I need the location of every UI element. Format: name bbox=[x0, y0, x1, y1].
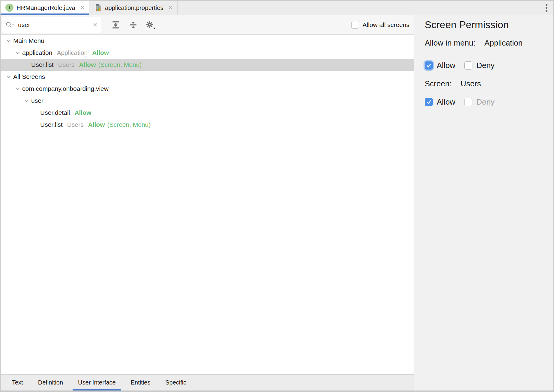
tree-toolbar: ✕ bbox=[1, 15, 414, 35]
tree-row[interactable]: User.listUsersAllow(Screen, Menu) bbox=[1, 59, 414, 71]
tree-item-type: Users bbox=[67, 121, 84, 128]
tree-item-type: Application bbox=[57, 49, 88, 56]
tab-specific[interactable]: Specific bbox=[160, 375, 192, 391]
expand-all-icon bbox=[111, 20, 120, 29]
screen-value: Users bbox=[461, 79, 481, 88]
editor-tab-bar: I HRManagerRole.java ✕ application.prope… bbox=[1, 1, 553, 15]
tree-item-label: User.detail bbox=[40, 109, 70, 116]
tree-item-label: user bbox=[31, 97, 43, 104]
allow-all-screens-control[interactable]: Allow all screens bbox=[351, 21, 409, 29]
properties-file-icon bbox=[94, 4, 102, 12]
tree-row[interactable]: user bbox=[1, 95, 414, 107]
tree-row[interactable]: User.listUsersAllow(Screen, Menu) bbox=[1, 119, 414, 131]
kebab-menu-icon[interactable] bbox=[546, 1, 547, 15]
tree-row[interactable]: User.detailAllow bbox=[1, 107, 414, 119]
menu-allow-label: Allow bbox=[437, 61, 455, 70]
chevron-down-icon[interactable] bbox=[14, 49, 22, 57]
search-box[interactable]: ✕ bbox=[2, 17, 101, 33]
menu-deny-label: Deny bbox=[476, 61, 495, 70]
expand-all-button[interactable] bbox=[111, 20, 121, 30]
tab-label: HRManagerRole.java bbox=[16, 4, 75, 11]
interface-icon: I bbox=[5, 4, 13, 12]
tree-row[interactable]: Main Menu bbox=[1, 35, 414, 47]
tree-item-label: com.company.onboarding.view bbox=[22, 85, 109, 92]
close-icon[interactable]: ✕ bbox=[80, 5, 85, 10]
screen-deny-label: Deny bbox=[476, 97, 495, 107]
tab-application-properties[interactable]: application.properties ✕ bbox=[89, 1, 178, 15]
close-icon[interactable]: ✕ bbox=[168, 5, 173, 10]
tab-label: application.properties bbox=[105, 4, 163, 11]
panel-title: Screen Permission bbox=[425, 19, 547, 31]
search-icon[interactable] bbox=[5, 21, 15, 28]
screen-allow-label: Allow bbox=[437, 97, 455, 107]
gear-icon bbox=[145, 20, 156, 30]
chevron-down-icon[interactable] bbox=[5, 73, 13, 81]
chevron-down-icon[interactable] bbox=[23, 97, 31, 105]
screen-label: Screen: bbox=[425, 79, 452, 88]
menu-deny-checkbox[interactable] bbox=[464, 61, 472, 70]
tree-item-label: User.list bbox=[40, 121, 63, 128]
permissions-editor: ✕ bbox=[1, 15, 414, 391]
chevron-down-icon[interactable] bbox=[5, 37, 13, 45]
collapse-all-icon bbox=[129, 20, 138, 29]
tab-user-interface[interactable]: User Interface bbox=[73, 375, 121, 391]
screen-allow-checkbox[interactable] bbox=[425, 98, 433, 106]
allow-all-screens-checkbox[interactable] bbox=[351, 21, 359, 29]
search-input[interactable] bbox=[18, 21, 91, 28]
allow-in-menu-label: Allow in menu: bbox=[425, 38, 475, 48]
menu-allow-checkbox[interactable] bbox=[425, 61, 433, 70]
side-panel: Screen Permission Allow in menu: Applica… bbox=[414, 15, 553, 391]
tree-item-label: Main Menu bbox=[13, 37, 44, 44]
tree-item-type: Users bbox=[58, 61, 75, 68]
role-designer-window: I HRManagerRole.java ✕ application.prope… bbox=[1, 1, 553, 391]
tree-item-label: User.list bbox=[31, 61, 54, 68]
tree-row[interactable]: applicationApplicationAllow bbox=[1, 47, 414, 59]
tab-entities[interactable]: Entities bbox=[125, 375, 156, 391]
tree-item-label: All Screens bbox=[13, 73, 45, 80]
screen-permission-controls: Allow Deny bbox=[425, 97, 547, 107]
menu-permission-controls: Allow Deny bbox=[425, 61, 547, 70]
clear-search-icon[interactable]: ✕ bbox=[93, 22, 97, 28]
screen-deny-checkbox[interactable] bbox=[464, 98, 472, 106]
tree-item-permission: Allow bbox=[92, 49, 109, 56]
tree-item-label: application bbox=[22, 49, 52, 56]
tree-row[interactable]: com.company.onboarding.view bbox=[1, 83, 414, 95]
chevron-down-icon[interactable] bbox=[14, 85, 22, 93]
tab-definition[interactable]: Definition bbox=[33, 375, 68, 391]
tree-item-permission: Allow bbox=[88, 121, 105, 128]
allow-in-menu-value: Application bbox=[484, 38, 523, 48]
permission-tree[interactable]: Main MenuapplicationApplicationAllowUser… bbox=[1, 35, 414, 374]
tree-item-permission: Allow bbox=[79, 61, 96, 68]
tree-item-permission: Allow bbox=[74, 109, 91, 116]
tree-item-scope: (Screen, Menu) bbox=[98, 61, 142, 68]
tree-item-scope: (Screen, Menu) bbox=[107, 121, 151, 128]
collapse-all-button[interactable] bbox=[128, 20, 138, 30]
tab-hrmanagerrole-java[interactable]: I HRManagerRole.java ✕ bbox=[1, 1, 89, 15]
settings-button[interactable] bbox=[145, 20, 156, 30]
allow-all-screens-label: Allow all screens bbox=[363, 21, 409, 28]
tree-row[interactable]: All Screens bbox=[1, 71, 414, 83]
designer-tab-bar: TextDefinitionUser InterfaceEntitiesSpec… bbox=[1, 374, 414, 391]
tab-text[interactable]: Text bbox=[7, 375, 28, 391]
